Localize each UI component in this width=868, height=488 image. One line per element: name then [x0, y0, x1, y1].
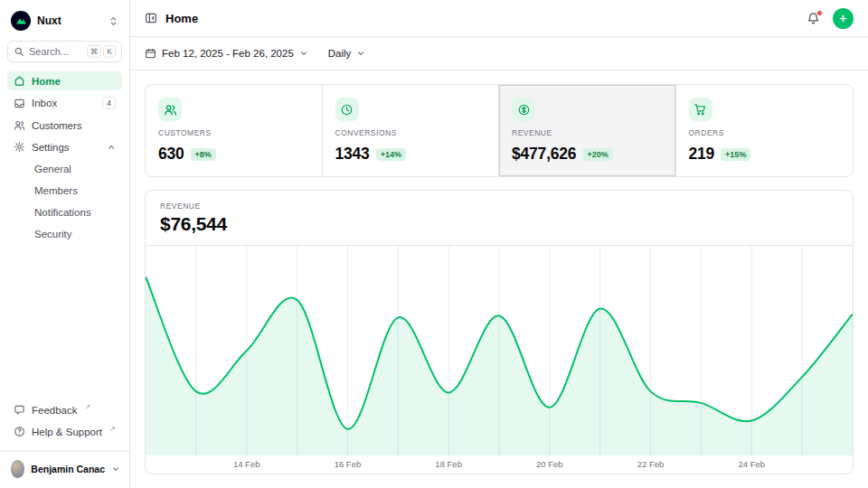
x-axis-label: 14 Feb — [233, 459, 260, 469]
revenue-chart-card: REVENUE $76,544 14 Feb16 Feb18 Feb20 Feb… — [145, 190, 854, 474]
sidebar-subitem-general[interactable]: General — [7, 159, 122, 178]
dashboard-content: CUSTOMERS 630 +8% CONVERSIONS 1343 +14% — [130, 70, 868, 488]
help-support-link[interactable]: Help & Support ↗ — [7, 422, 122, 441]
sidebar-item-label: Customers — [32, 120, 82, 131]
dollar-circle-icon — [517, 103, 531, 117]
workspace-name: Nuxt — [37, 14, 102, 27]
main-area: Home Feb 12, 2025 - Feb 26, 2025 Daily — [130, 0, 868, 488]
sidebar-toggle-icon[interactable] — [145, 12, 157, 24]
avatar — [11, 460, 24, 478]
stat-value: 219 — [689, 145, 715, 164]
orders-stat-icon — [689, 98, 712, 121]
granularity-label: Daily — [328, 48, 352, 59]
stat-value: 630 — [158, 145, 184, 164]
sidebar-nav: Home Inbox 4 Customers Settings General … — [7, 71, 122, 243]
stat-orders[interactable]: ORDERS 219 +15% — [676, 85, 854, 176]
sidebar-item-label: Home — [32, 76, 61, 87]
stat-value: $477,626 — [512, 145, 576, 164]
stat-conversions[interactable]: CONVERSIONS 1343 +14% — [323, 85, 500, 176]
customers-stat-icon — [158, 98, 182, 121]
sidebar-subitem-security[interactable]: Security — [7, 224, 122, 243]
calendar-icon — [145, 48, 156, 60]
stat-label: CONVERSIONS — [335, 128, 486, 137]
chart-title: REVENUE — [160, 202, 838, 211]
feedback-link[interactable]: Feedback ↗ — [7, 400, 122, 419]
cart-icon — [693, 103, 707, 117]
stat-customers[interactable]: CUSTOMERS 630 +8% — [146, 85, 323, 176]
notification-dot — [816, 10, 823, 16]
inbox-count-badge: 4 — [102, 97, 116, 109]
kbd-k: K — [103, 45, 116, 58]
page-title: Home — [165, 12, 198, 25]
search-placeholder: Search... — [29, 46, 69, 57]
feedback-icon — [14, 404, 25, 416]
x-axis-label: 16 Feb — [335, 459, 362, 469]
conversions-stat-icon — [335, 98, 359, 121]
sidebar-item-settings[interactable]: Settings — [7, 137, 122, 156]
subitem-label: Security — [34, 229, 72, 239]
date-range-label: Feb 12, 2025 - Feb 26, 2025 — [162, 48, 294, 59]
stat-delta-badge: +8% — [191, 148, 216, 161]
kbd-cmd: ⌘ — [87, 45, 102, 58]
help-icon — [14, 426, 25, 437]
sidebar-subitem-notifications[interactable]: Notifications — [7, 202, 122, 221]
chart-total-value: $76,544 — [160, 213, 838, 235]
clock-icon — [340, 103, 354, 117]
stat-delta-badge: +14% — [376, 148, 406, 161]
subitem-label: General — [34, 164, 71, 174]
revenue-chart-svg — [146, 246, 853, 455]
sidebar-item-customers[interactable]: Customers — [7, 116, 122, 135]
stat-value: 1343 — [335, 145, 370, 164]
search-input[interactable]: Search... ⌘ K — [7, 41, 122, 62]
people-icon — [164, 103, 177, 117]
chevron-up-icon — [107, 143, 116, 152]
inbox-icon — [14, 98, 25, 109]
subitem-label: Notifications — [34, 207, 91, 218]
chevron-down-icon — [356, 49, 365, 58]
add-button[interactable] — [833, 8, 854, 29]
page-header: Home — [130, 0, 868, 37]
stat-revenue[interactable]: REVENUE $477,626 +20% — [499, 85, 676, 176]
stat-label: ORDERS — [689, 128, 841, 137]
stat-label: REVENUE — [512, 128, 663, 137]
sidebar-item-label: Settings — [32, 142, 70, 153]
stat-delta-badge: +20% — [582, 148, 612, 161]
filters-toolbar: Feb 12, 2025 - Feb 26, 2025 Daily — [130, 37, 868, 70]
customers-icon — [14, 119, 25, 131]
chart-header: REVENUE $76,544 — [146, 191, 853, 246]
external-link-icon: ↗ — [109, 425, 116, 433]
gear-icon — [14, 141, 25, 153]
footer-link-label: Feedback — [32, 405, 78, 416]
plus-icon — [838, 14, 848, 23]
granularity-select[interactable]: Daily — [328, 48, 366, 59]
chart-body: 14 Feb16 Feb18 Feb20 Feb22 Feb24 Feb — [146, 246, 853, 474]
workspace-switcher[interactable]: Nuxt — [7, 7, 122, 34]
x-axis-label: 18 Feb — [435, 459, 462, 469]
x-axis-label: 24 Feb — [738, 459, 765, 469]
sidebar-item-home[interactable]: Home — [7, 71, 122, 90]
user-name: Benjamin Canac — [31, 464, 105, 474]
sidebar: Nuxt Search... ⌘ K Home Inbox 4 Cu — [0, 0, 130, 488]
nuxt-logo-icon — [11, 11, 31, 31]
date-range-picker[interactable]: Feb 12, 2025 - Feb 26, 2025 — [145, 48, 308, 60]
chevron-up-down-icon — [108, 15, 118, 27]
chevron-down-icon — [299, 49, 308, 58]
user-menu[interactable]: Benjamin Canac — [0, 451, 129, 481]
external-link-icon: ↗ — [85, 403, 91, 411]
stats-row: CUSTOMERS 630 +8% CONVERSIONS 1343 +14% — [145, 84, 854, 177]
chart-x-axis: 14 Feb16 Feb18 Feb20 Feb22 Feb24 Feb — [146, 459, 853, 471]
sidebar-item-inbox[interactable]: Inbox 4 — [7, 93, 122, 113]
footer-link-label: Help & Support — [32, 427, 102, 437]
stat-delta-badge: +15% — [721, 148, 750, 161]
x-axis-label: 20 Feb — [536, 459, 563, 469]
notifications-button[interactable] — [805, 10, 822, 27]
chart-plot — [146, 246, 853, 455]
header-actions — [805, 8, 854, 29]
app-root: Nuxt Search... ⌘ K Home Inbox 4 Cu — [0, 0, 868, 488]
chevron-down-icon — [111, 465, 120, 474]
sidebar-item-label: Inbox — [32, 98, 57, 108]
sidebar-footer: Feedback ↗ Help & Support ↗ Benjamin Can… — [7, 400, 122, 481]
revenue-stat-icon — [512, 98, 535, 121]
sidebar-subitem-members[interactable]: Members — [7, 181, 122, 200]
search-shortcut: ⌘ K — [87, 45, 116, 58]
